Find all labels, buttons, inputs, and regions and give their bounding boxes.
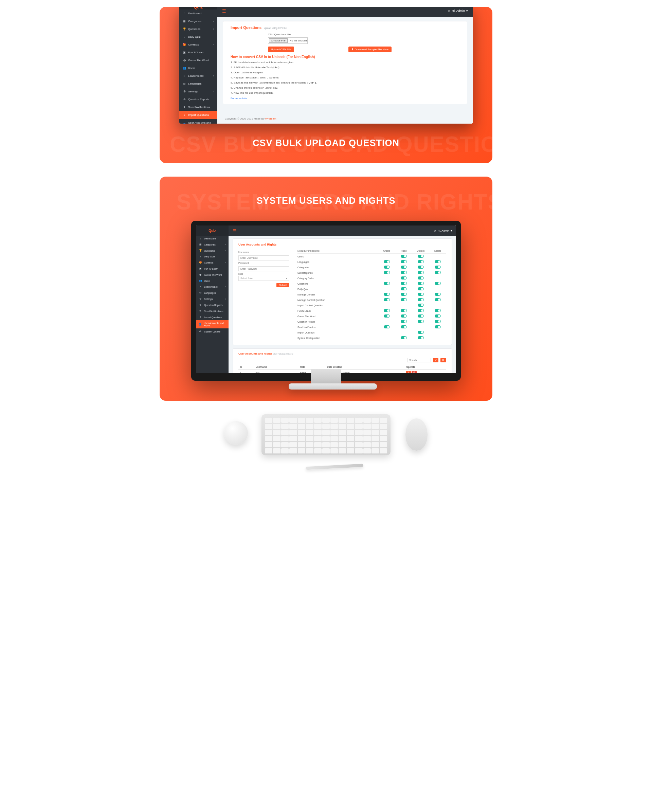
sidebar-item-settings[interactable]: ⚙Settings› [196, 296, 229, 302]
toggle-on[interactable] [384, 325, 390, 328]
sidebar-item-contests[interactable]: 🎁Contests› [179, 41, 217, 49]
toggle-on[interactable] [384, 298, 390, 301]
toggle-on[interactable] [401, 266, 407, 269]
toggle-on[interactable] [418, 271, 424, 274]
role-select[interactable]: Select Role ▾ [238, 276, 289, 281]
toggle-on[interactable] [435, 325, 441, 328]
hamburger-icon[interactable]: ☰ [222, 9, 226, 14]
sidebar-item-daily-quiz[interactable]: ?Daily Quiz [179, 33, 217, 41]
toggle-on[interactable] [384, 282, 390, 285]
sidebar-item-daily-quiz[interactable]: ?Daily Quiz [196, 254, 229, 259]
sidebar-item-languages[interactable]: ▭Languages [179, 80, 217, 88]
toggle-on[interactable] [401, 325, 407, 328]
sidebar-item-questions[interactable]: 🏆Questions› [196, 247, 229, 254]
toggle-on[interactable] [418, 309, 424, 312]
toggle-on[interactable] [418, 314, 424, 317]
toggle-on[interactable] [418, 255, 424, 258]
toggle-on[interactable] [435, 309, 441, 312]
sidebar-item-dashboard[interactable]: ⌂Dashboard [179, 9, 217, 17]
hamburger-icon[interactable]: ☰ [233, 228, 237, 233]
sidebar-item-leaderboard[interactable]: ≡Leaderboard› [196, 284, 229, 290]
sidebar-item-send-notifications[interactable]: ✈Send Notifications [179, 103, 217, 111]
upload-csv-button[interactable]: Upload CSV File [268, 47, 294, 52]
user-menu[interactable]: ☺ Hi, Admin ▾ [434, 229, 452, 232]
toggle-on[interactable] [418, 276, 424, 279]
desk-scene [160, 414, 492, 489]
toggle-on[interactable] [418, 320, 424, 323]
toggle-on[interactable] [401, 309, 407, 312]
user-menu[interactable]: ☺ Hi, Admin ▾ [447, 9, 468, 12]
toggle-on[interactable] [384, 260, 390, 263]
sidebar-item-user-accounts-and-rights[interactable]: 👤User Accounts and Rights [179, 119, 217, 124]
toggle-on[interactable] [401, 271, 407, 274]
sidebar-item-question-reports[interactable]: ⊘Question Reports [196, 302, 229, 308]
toggle-on[interactable] [401, 298, 407, 301]
sidebar-item-question-reports[interactable]: ⊘Question Reports [179, 95, 217, 103]
toggle-on[interactable] [435, 293, 441, 296]
toggle-on[interactable] [435, 282, 441, 285]
toggle-on[interactable] [401, 276, 407, 279]
toggle-on[interactable] [418, 293, 424, 296]
team-link[interactable]: WRTeam [265, 117, 276, 120]
more-info-link[interactable]: For more info [231, 97, 247, 100]
sidebar-item-system-update[interactable]: ⟳System Update [196, 328, 229, 334]
toggle-on[interactable] [435, 298, 441, 301]
sidebar-item-categories[interactable]: ▦Categories› [179, 17, 217, 25]
toggle-on[interactable] [401, 287, 407, 290]
toggle-on[interactable] [418, 304, 424, 307]
toggle-on[interactable] [384, 271, 390, 274]
toggle-on[interactable] [418, 336, 424, 339]
toggle-on[interactable] [418, 331, 424, 334]
toggle-on[interactable] [401, 320, 407, 323]
toggle-on[interactable] [384, 309, 390, 312]
toggle-on[interactable] [401, 293, 407, 296]
sidebar-item-users[interactable]: 👥Users [179, 64, 217, 72]
refresh-icon[interactable]: ⟳ [433, 358, 438, 362]
sidebar-item-settings[interactable]: ⚙Settings› [179, 88, 217, 95]
password-field[interactable] [238, 266, 289, 271]
username-field[interactable] [238, 255, 289, 261]
toggle-on[interactable] [418, 287, 424, 290]
toggle-on[interactable] [384, 314, 390, 317]
toggle-on[interactable] [384, 266, 390, 269]
toggle-on[interactable] [435, 260, 441, 263]
toggle-on[interactable] [435, 266, 441, 269]
toggle-on[interactable] [384, 293, 390, 296]
sidebar-item-categories[interactable]: ▦Categories› [196, 241, 229, 247]
toggle-on[interactable] [401, 260, 407, 263]
toggle-on[interactable] [418, 266, 424, 269]
toggle-on[interactable] [401, 255, 407, 258]
sidebar-item-fun-n-learn[interactable]: ▣Fun 'N' Learn [196, 266, 229, 272]
sidebar-item-import-questions[interactable]: ⇧Import Questions [196, 314, 229, 320]
toggle-on[interactable] [418, 260, 424, 263]
sidebar-item-import-questions[interactable]: ⇧Import Questions [179, 111, 217, 119]
sidebar-item-users[interactable]: 👥Users [196, 278, 229, 284]
columns-icon[interactable]: ▤ [440, 358, 446, 362]
toggle-on[interactable] [418, 282, 424, 285]
sidebar-item-user-accounts-and-rights[interactable]: 👤User Accounts and Rights [196, 320, 229, 328]
choose-file-button[interactable]: Choose File [269, 38, 288, 43]
toggle-on[interactable] [435, 271, 441, 274]
toggle-on[interactable] [401, 336, 407, 339]
sidebar-item-fun-n-learn[interactable]: ▣Fun 'N' Learn [179, 49, 217, 56]
edit-button[interactable]: ✎ [406, 371, 411, 373]
sidebar-item-guess-the-word[interactable]: ◑Guess The Word [179, 56, 217, 64]
sidebar-item-dashboard[interactable]: ⌂Dashboard [196, 236, 229, 241]
sidebar-item-send-notifications[interactable]: ✈Send Notifications [196, 308, 229, 314]
sidebar-item-languages[interactable]: ▭Languages [196, 290, 229, 296]
search-input[interactable] [407, 358, 431, 362]
download-sample-button[interactable]: ⬇ Download Sample File Here [348, 47, 392, 52]
delete-button[interactable]: 🗑 [412, 371, 417, 373]
sidebar-item-contests[interactable]: 🎁Contests› [196, 259, 229, 266]
sidebar-item-leaderboard[interactable]: ≡Leaderboard› [179, 72, 217, 80]
toggle-on[interactable] [418, 298, 424, 301]
sidebar-item-questions[interactable]: 🏆Questions› [179, 25, 217, 33]
toggle-on[interactable] [435, 320, 441, 323]
sidebar-item-guess-the-word[interactable]: ◑Guess The Word [196, 272, 229, 278]
submit-button[interactable]: Submit [276, 283, 289, 287]
toggle-on[interactable] [401, 314, 407, 317]
file-input[interactable]: Choose File No file chosen [268, 37, 308, 44]
toggle-on[interactable] [435, 314, 441, 317]
toggle-on[interactable] [401, 282, 407, 285]
sidebar-icon: ⇧ [183, 113, 186, 116]
